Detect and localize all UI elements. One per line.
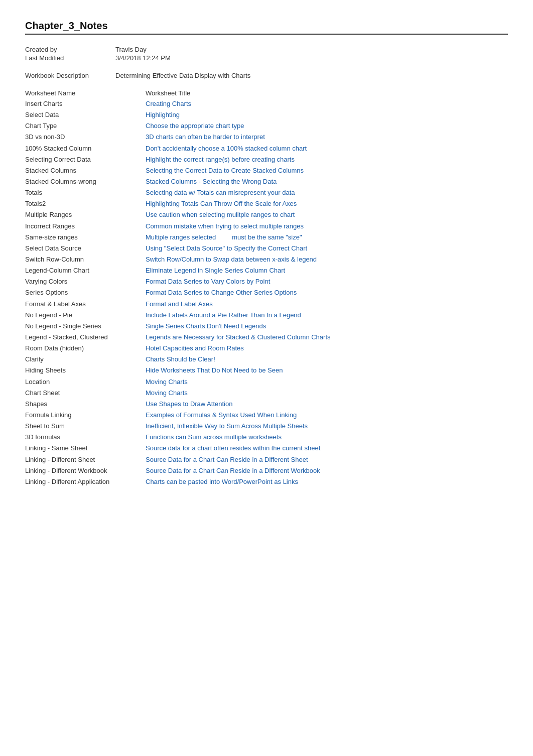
worksheet-title[interactable]: Source data for a chart often resides wi… [146, 443, 320, 453]
table-row: 100% Stacked ColumnDon't accidentally ch… [25, 144, 508, 154]
worksheet-title-part1[interactable]: Multiple ranges selected [146, 232, 216, 242]
worksheet-title[interactable]: Source Data for a Chart Can Reside in a … [146, 466, 320, 476]
table-row: Chart TypeChoose the appropriate chart t… [25, 121, 508, 131]
worksheet-name: Series Options [25, 288, 146, 298]
worksheet-title[interactable]: Switch Row/Column to Swap data between x… [146, 255, 317, 265]
worksheet-title[interactable]: Charts can be pasted into Word/PowerPoin… [146, 477, 298, 487]
worksheet-name: Stacked Columns-wrong [25, 177, 146, 187]
worksheet-name: Select Data Source [25, 243, 146, 254]
worksheet-name: Incorrect Ranges [25, 221, 146, 231]
worksheet-name: Switch Row-Column [25, 255, 146, 265]
worksheet-name: Chart Sheet [25, 388, 146, 398]
worksheet-title[interactable]: Legends are Necessary for Stacked & Clus… [146, 332, 331, 342]
worksheet-title[interactable]: Using "Select Data Source" to Specify th… [146, 243, 307, 254]
table-row: Legend-Column ChartEliminate Legend in S… [25, 266, 508, 276]
table-row: Linking - Different ApplicationCharts ca… [25, 477, 508, 487]
worksheet-name: 100% Stacked Column [25, 144, 146, 154]
worksheet-title[interactable]: Selecting the Correct Data to Create Sta… [146, 166, 304, 176]
table-row: 3D vs non-3D3D charts can often be harde… [25, 132, 508, 142]
table-row: Multiple RangesUse caution when selectin… [25, 210, 508, 220]
worksheet-title[interactable]: Hide Worksheets That Do Not Need to be S… [146, 365, 283, 375]
worksheet-title[interactable]: Charts Should be Clear! [146, 354, 215, 364]
table-row: TotalsSelecting data w/ Totals can misre… [25, 188, 508, 198]
worksheet-name: Linking - Same Sheet [25, 443, 146, 453]
workbook-desc-label: Workbook Description [25, 72, 115, 79]
worksheet-title[interactable]: Multiple ranges selected must be the sam… [146, 232, 302, 242]
worksheet-title[interactable]: Moving Charts [146, 388, 188, 398]
worksheet-name: Format & Label Axes [25, 299, 146, 309]
table-row: Room Data (hidden)Hotel Capacities and R… [25, 343, 508, 353]
table-row: Select DataHighlighting [25, 110, 508, 120]
table-row: Stacked Columns-wrongStacked Columns - S… [25, 177, 508, 187]
worksheet-name: Insert Charts [25, 99, 146, 109]
worksheet-title[interactable]: Common mistake when trying to select mul… [146, 221, 304, 231]
worksheet-name: Clarity [25, 354, 146, 364]
worksheet-name: Legend - Stacked, Clustered [25, 332, 146, 342]
worksheet-title[interactable]: Highlight the correct range(s) before cr… [146, 155, 295, 165]
worksheet-name: Linking - Different Sheet [25, 455, 146, 465]
table-row: Linking - Different SheetSource Data for… [25, 455, 508, 465]
workbook-description-row: Workbook Description Determining Effecti… [25, 72, 508, 79]
worksheet-title[interactable]: Highlighting [146, 110, 180, 120]
worksheet-title[interactable]: Format Data Series to Change Other Serie… [146, 288, 297, 298]
meta-section: Created by Travis Day Last Modified 3/4/… [25, 46, 508, 62]
worksheet-title[interactable]: Don't accidentally choose a 100% stacked… [146, 144, 307, 154]
worksheet-title[interactable]: Examples of Formulas & Syntax Used When … [146, 410, 297, 420]
table-row: No Legend - PieInclude Labels Around a P… [25, 310, 508, 320]
table-row: Formula LinkingExamples of Formulas & Sy… [25, 410, 508, 420]
worksheet-title[interactable]: Include Labels Around a Pie Rather Than … [146, 310, 301, 320]
worksheet-name: Varying Colors [25, 277, 146, 287]
worksheet-name: Location [25, 377, 146, 387]
table-row: Stacked ColumnsSelecting the Correct Dat… [25, 166, 508, 176]
table-row: Linking - Same SheetSource data for a ch… [25, 443, 508, 453]
worksheet-title[interactable]: Format Data Series to Vary Colors by Poi… [146, 277, 270, 287]
worksheet-title[interactable]: Functions can Sum across multiple worksh… [146, 432, 282, 442]
worksheet-title[interactable]: Choose the appropriate chart type [146, 121, 244, 131]
table-row: Legend - Stacked, ClusteredLegends are N… [25, 332, 508, 342]
worksheet-name: Hiding Sheets [25, 365, 146, 375]
table-row: 3D formulasFunctions can Sum across mult… [25, 432, 508, 442]
worksheet-title[interactable]: Stacked Columns - Selecting the Wrong Da… [146, 177, 277, 187]
worksheet-title[interactable]: Moving Charts [146, 377, 188, 387]
created-by-row: Created by Travis Day [25, 46, 508, 53]
col-header-name: Worksheet Name [25, 89, 146, 97]
worksheet-title[interactable]: Selecting data w/ Totals can misrepresen… [146, 188, 295, 198]
worksheet-name: Formula Linking [25, 410, 146, 420]
worksheet-name: Totals2 [25, 199, 146, 209]
worksheet-title[interactable]: Single Series Charts Don't Need Legends [146, 321, 266, 331]
worksheet-title-part2[interactable]: must be the same "size" [232, 232, 302, 242]
worksheet-title[interactable]: 3D charts can often be harder to interpr… [146, 132, 265, 142]
worksheet-name: 3D formulas [25, 432, 146, 442]
worksheet-title[interactable]: Hotel Capacities and Room Rates [146, 343, 244, 353]
table-row: No Legend - Single SeriesSingle Series C… [25, 321, 508, 331]
col-header-title: Worksheet Title [146, 89, 190, 97]
worksheet-title[interactable]: Creating Charts [146, 99, 191, 109]
table-row: Linking - Different WorkbookSource Data … [25, 466, 508, 476]
worksheet-name: Shapes [25, 399, 146, 409]
created-by-label: Created by [25, 46, 115, 53]
table-header-row: Worksheet Name Worksheet Title [25, 89, 508, 97]
worksheet-name: Stacked Columns [25, 166, 146, 176]
last-modified-value: 3/4/2018 12:24 PM [115, 54, 171, 62]
table-row: Same-size rangesMultiple ranges selected… [25, 232, 508, 242]
table-row: Varying ColorsFormat Data Series to Vary… [25, 277, 508, 287]
table-row: ShapesUse Shapes to Draw Attention [25, 399, 508, 409]
worksheet-name: Sheet to Sum [25, 421, 146, 431]
table-row: LocationMoving Charts [25, 377, 508, 387]
worksheet-title[interactable]: Use Shapes to Draw Attention [146, 399, 232, 409]
worksheet-title[interactable]: Highlighting Totals Can Throw Off the Sc… [146, 199, 297, 209]
worksheet-title[interactable]: Inefficient, Inflexible Way to Sum Acros… [146, 421, 308, 431]
worksheet-title[interactable]: Eliminate Legend in Single Series Column… [146, 266, 285, 276]
worksheet-table: Worksheet Name Worksheet Title Insert Ch… [25, 89, 508, 487]
table-row: Incorrect RangesCommon mistake when tryi… [25, 221, 508, 231]
worksheet-title[interactable]: Source Data for a Chart Can Reside in a … [146, 455, 308, 465]
worksheet-title[interactable]: Use caution when selecting mulitple rang… [146, 210, 295, 220]
table-row: Select Data SourceUsing "Select Data Sou… [25, 243, 508, 254]
table-row: ClarityCharts Should be Clear! [25, 354, 508, 364]
created-by-value: Travis Day [115, 46, 147, 53]
worksheet-name: Linking - Different Workbook [25, 466, 146, 476]
worksheet-name: No Legend - Pie [25, 310, 146, 320]
table-row: Format & Label AxesFormat and Label Axes [25, 299, 508, 309]
worksheet-title[interactable]: Format and Label Axes [146, 299, 213, 309]
table-row: Totals2Highlighting Totals Can Throw Off… [25, 199, 508, 209]
